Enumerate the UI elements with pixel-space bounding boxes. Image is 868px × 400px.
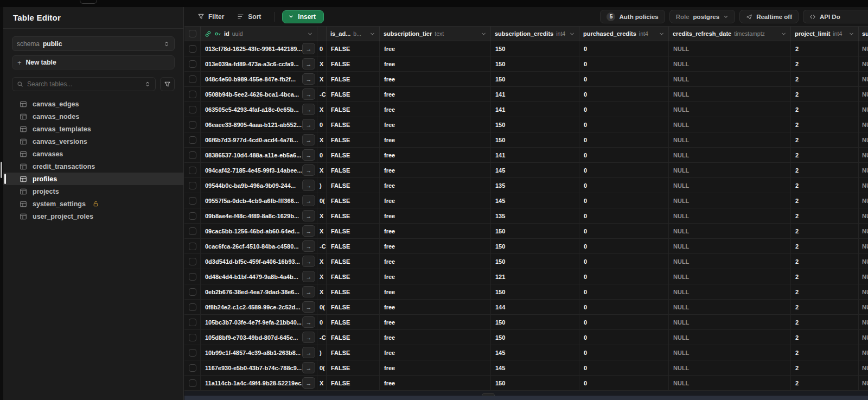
cell-is-admin[interactable]: FALSE bbox=[327, 102, 380, 117]
cell-project-limit[interactable]: 2 bbox=[791, 41, 859, 56]
cell-subscription-credits[interactable]: 141 bbox=[491, 102, 579, 117]
cell-subscription-credits[interactable]: 150 bbox=[491, 41, 579, 56]
chevron-down-icon[interactable] bbox=[369, 31, 375, 37]
expand-row-button[interactable]: → bbox=[302, 377, 315, 389]
cell-subscription-tier[interactable]: free bbox=[380, 300, 491, 314]
cell-clipped[interactable]: ) bbox=[317, 178, 327, 193]
cell-clipped-right[interactable]: NU bbox=[859, 193, 868, 208]
cell-id[interactable]: 08386537-10d4-488a-a11e-eb5a6...→ bbox=[201, 148, 317, 162]
cell-project-limit[interactable]: 2 bbox=[791, 193, 859, 208]
column-header-credits-refresh-date[interactable]: credits_refresh_date timestamptz bbox=[669, 27, 791, 41]
expand-row-button[interactable]: → bbox=[302, 332, 315, 343]
cell-clipped-right[interactable]: NU bbox=[859, 269, 868, 284]
sidebar-item-credit_transactions[interactable]: credit_transactions bbox=[12, 160, 175, 173]
cell-clipped-right[interactable]: NU bbox=[859, 148, 868, 162]
sidebar-scroll-thumb[interactable] bbox=[1, 162, 2, 178]
sidebar-item-canvas_edges[interactable]: canvas_edges bbox=[12, 98, 175, 110]
cell-clipped-right[interactable]: NU bbox=[859, 284, 868, 299]
schema-select[interactable]: schema public bbox=[12, 36, 175, 51]
cell-credits-refresh-date[interactable]: NULL bbox=[669, 132, 791, 147]
cell-clipped[interactable]: -C bbox=[317, 239, 327, 253]
row-checkbox[interactable] bbox=[184, 330, 201, 345]
cell-credits-refresh-date[interactable]: NULL bbox=[669, 376, 791, 390]
cell-is-admin[interactable]: FALSE bbox=[327, 376, 380, 390]
cell-subscription-tier[interactable]: free bbox=[380, 239, 491, 253]
row-checkbox[interactable] bbox=[184, 132, 201, 147]
row-checkbox[interactable] bbox=[184, 360, 201, 375]
column-header-subscription-credits[interactable]: subscription_credits int4 bbox=[491, 27, 579, 41]
cell-clipped[interactable]: 0 bbox=[317, 148, 327, 162]
cell-purchased-credits[interactable]: 0 bbox=[579, 132, 669, 147]
cell-purchased-credits[interactable]: 0 bbox=[579, 102, 669, 117]
expand-row-button[interactable]: → bbox=[302, 180, 315, 191]
sidebar-item-projects[interactable]: projects bbox=[12, 185, 175, 198]
cell-clipped[interactable]: 0( bbox=[317, 360, 327, 375]
cell-subscription-credits[interactable]: 150 bbox=[491, 117, 579, 132]
cell-subscription-tier[interactable]: free bbox=[380, 224, 491, 238]
cell-purchased-credits[interactable]: 0 bbox=[579, 315, 669, 329]
cell-subscription-tier[interactable]: free bbox=[380, 87, 491, 101]
cell-clipped-right[interactable]: NU bbox=[859, 56, 868, 71]
cell-is-admin[interactable]: FALSE bbox=[327, 56, 380, 71]
new-table-button[interactable]: + New table bbox=[12, 55, 175, 69]
cell-credits-refresh-date[interactable]: NULL bbox=[669, 163, 791, 177]
cell-subscription-credits[interactable]: 150 bbox=[491, 376, 579, 390]
cell-subscription-credits[interactable]: 145 bbox=[491, 360, 579, 375]
cell-is-admin[interactable]: FALSE bbox=[327, 224, 380, 238]
cell-clipped[interactable]: X bbox=[317, 163, 327, 177]
cell-clipped[interactable]: 0 bbox=[317, 117, 327, 132]
cell-purchased-credits[interactable]: 0 bbox=[579, 72, 669, 86]
expand-row-button[interactable]: → bbox=[302, 104, 315, 115]
cell-clipped[interactable]: X bbox=[317, 376, 327, 390]
cell-clipped-right[interactable]: NU bbox=[859, 163, 868, 177]
row-checkbox[interactable] bbox=[184, 72, 201, 86]
expand-row-button[interactable]: → bbox=[302, 271, 315, 282]
cell-is-admin[interactable]: FALSE bbox=[327, 315, 380, 329]
row-checkbox[interactable] bbox=[184, 178, 201, 193]
sidebar-item-profiles[interactable]: profiles bbox=[3, 173, 183, 185]
expand-row-button[interactable]: → bbox=[302, 88, 315, 100]
cell-subscription-credits[interactable]: 150 bbox=[491, 72, 579, 86]
cell-subscription-tier[interactable]: free bbox=[380, 56, 491, 71]
cell-clipped[interactable]: -C bbox=[317, 330, 327, 345]
cell-subscription-tier[interactable]: free bbox=[380, 315, 491, 329]
cell-clipped[interactable]: X bbox=[317, 72, 327, 86]
expand-row-button[interactable]: → bbox=[302, 134, 315, 145]
cell-id[interactable]: 094caf42-7185-4e45-99f3-14abee...→ bbox=[201, 163, 317, 177]
cell-purchased-credits[interactable]: 0 bbox=[579, 376, 669, 390]
cell-id[interactable]: 06eaee33-8905-4aaa-b121-ab552...→ bbox=[201, 117, 317, 132]
cell-clipped-right[interactable]: NU bbox=[859, 360, 868, 375]
cell-is-admin[interactable]: FALSE bbox=[327, 300, 380, 314]
cell-project-limit[interactable]: 2 bbox=[791, 330, 859, 345]
cell-is-admin[interactable]: FALSE bbox=[327, 178, 380, 193]
cell-project-limit[interactable]: 2 bbox=[791, 269, 859, 284]
cell-clipped-right[interactable]: NU bbox=[859, 87, 868, 101]
sort-button[interactable]: Sort bbox=[232, 10, 266, 23]
cell-purchased-credits[interactable]: 0 bbox=[579, 41, 669, 56]
cell-subscription-credits[interactable]: 135 bbox=[491, 178, 579, 193]
cell-subscription-tier[interactable]: free bbox=[380, 360, 491, 375]
cell-is-admin[interactable]: FALSE bbox=[327, 345, 380, 360]
cell-is-admin[interactable]: FALSE bbox=[327, 72, 380, 86]
cell-credits-refresh-date[interactable]: NULL bbox=[669, 193, 791, 208]
cell-is-admin[interactable]: FALSE bbox=[327, 208, 380, 223]
chevron-down-icon[interactable] bbox=[569, 31, 575, 37]
cell-credits-refresh-date[interactable]: NULL bbox=[669, 239, 791, 253]
row-checkbox[interactable] bbox=[184, 239, 201, 253]
cell-clipped-right[interactable]: NU bbox=[859, 178, 868, 193]
horizontal-scrollbar-track[interactable] bbox=[184, 396, 868, 400]
cell-project-limit[interactable]: 2 bbox=[791, 239, 859, 253]
select-all-checkbox[interactable] bbox=[184, 27, 201, 41]
cell-clipped[interactable]: X bbox=[317, 224, 327, 238]
cell-subscription-tier[interactable]: free bbox=[380, 284, 491, 299]
cell-project-limit[interactable]: 2 bbox=[791, 376, 859, 390]
cell-clipped-right[interactable]: NU bbox=[859, 254, 868, 269]
cell-clipped[interactable]: 0 bbox=[317, 315, 327, 329]
cell-subscription-tier[interactable]: free bbox=[380, 148, 491, 162]
cell-id[interactable]: 105d8bf9-e703-49bd-807d-645e...→ bbox=[201, 330, 317, 345]
row-checkbox[interactable] bbox=[184, 102, 201, 117]
cell-id[interactable]: 09557f5a-0dcb-4cb9-a6fb-fff366...→ bbox=[201, 193, 317, 208]
cell-is-admin[interactable]: FALSE bbox=[327, 148, 380, 162]
row-checkbox[interactable] bbox=[184, 87, 201, 101]
cell-id[interactable]: 09544b0c-ba9b-496a-9b09-244...→ bbox=[201, 178, 317, 193]
